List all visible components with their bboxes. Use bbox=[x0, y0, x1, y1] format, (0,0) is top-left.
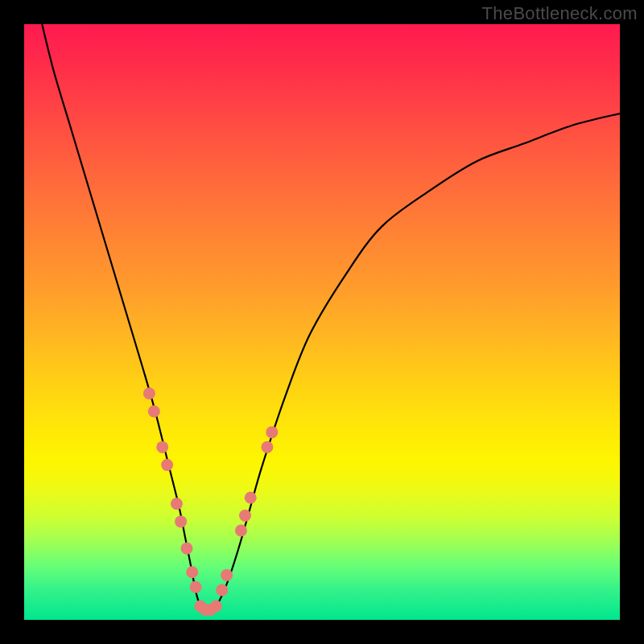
plot-area bbox=[24, 24, 620, 620]
data-point bbox=[266, 426, 278, 438]
data-point bbox=[190, 581, 202, 593]
data-point bbox=[221, 569, 233, 581]
data-point bbox=[245, 492, 257, 504]
data-point bbox=[156, 441, 168, 453]
watermark-text: TheBottleneck.com bbox=[482, 3, 638, 24]
data-point bbox=[261, 441, 273, 453]
data-point bbox=[216, 584, 228, 597]
data-point bbox=[181, 543, 193, 555]
data-point bbox=[171, 497, 183, 510]
data-point bbox=[239, 510, 251, 522]
data-point bbox=[143, 387, 155, 399]
curve-svg bbox=[24, 24, 620, 620]
data-point bbox=[175, 515, 187, 527]
data-point bbox=[161, 459, 173, 471]
data-point bbox=[210, 601, 222, 613]
data-points bbox=[143, 387, 278, 616]
data-point bbox=[235, 525, 247, 537]
data-point bbox=[148, 406, 160, 418]
data-point bbox=[186, 566, 198, 578]
bottleneck-curve bbox=[42, 24, 620, 610]
chart-frame: TheBottleneck.com bbox=[0, 0, 644, 644]
